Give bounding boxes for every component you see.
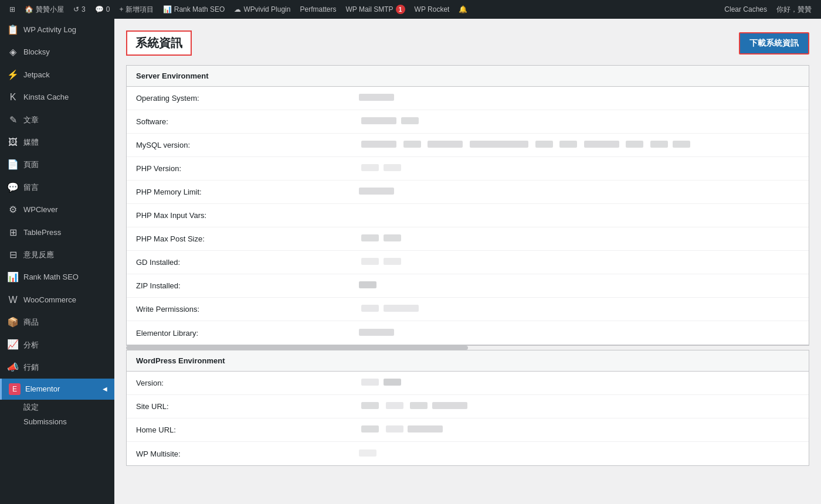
redacted-value (359, 281, 376, 288)
new-item[interactable]: + 新增項目 (114, 0, 158, 19)
bell-icon: 🔔 (459, 5, 467, 13)
wpvivid-icon: ☁ (234, 5, 241, 13)
wp-logo[interactable]: ⊞ (5, 0, 20, 19)
table-row: Site URL: (127, 395, 809, 418)
redacted-value (650, 141, 668, 148)
sidebar-sub-settings[interactable]: 設定 (0, 400, 114, 415)
wp-mail-badge: 1 (396, 5, 405, 14)
redacted-value (384, 379, 401, 386)
redacted-value (384, 164, 401, 171)
wp-rocket-adminbar[interactable]: WP Rocket (410, 0, 454, 19)
rank-math-adminbar[interactable]: 📊 Rank Math SEO (158, 0, 230, 19)
scrollbar-thumb[interactable] (126, 346, 468, 350)
products-icon: 📦 (7, 316, 19, 329)
home-icon: 🏠 (25, 5, 33, 13)
perfmatters-adminbar[interactable]: Perfmatters (295, 0, 341, 19)
redacted-value (584, 141, 619, 148)
row-label: Site URL: (136, 402, 359, 411)
row-value (359, 281, 799, 290)
sidebar-item-wp-activity-log[interactable]: 📋 WP Activity Log (0, 19, 114, 41)
row-label: Home URL: (136, 425, 359, 434)
wordpress-section-header: WordPress Environment (127, 350, 809, 372)
row-label: PHP Version: (136, 164, 359, 173)
redacted-value (361, 141, 396, 148)
sidebar-item-media[interactable]: 🖼 媒體 (0, 131, 114, 154)
redacted-value (428, 141, 463, 148)
sidebar-item-wpclever[interactable]: ⚙ WPClever (0, 199, 114, 221)
row-value (359, 94, 799, 103)
sidebar-item-marketing[interactable]: 📣 行銷 (0, 356, 114, 379)
rank-math-icon: 📊 (163, 5, 172, 13)
tablepress-icon: ⊞ (7, 226, 19, 239)
wp-icon: ⊞ (9, 5, 15, 13)
sidebar-item-products[interactable]: 📦 商品 (0, 311, 114, 333)
table-row: Software: (127, 110, 809, 134)
sidebar-item-pages[interactable]: 📄 頁面 (0, 154, 114, 176)
sidebar-item-woocommerce[interactable]: W WooCommerce (0, 289, 114, 311)
row-label: ZIP Installed: (136, 281, 359, 290)
horizontal-scrollbar[interactable] (126, 345, 809, 350)
table-row: PHP Max Input Vars: (127, 204, 809, 227)
sidebar-item-kinsta-cache[interactable]: K Kinsta Cache (0, 86, 114, 108)
elementor-icon: E (9, 383, 21, 395)
row-label: MySQL version: (136, 141, 359, 149)
redacted-value (559, 141, 577, 148)
redacted-value (384, 234, 401, 241)
redacted-value (361, 305, 379, 312)
redacted-value (410, 402, 428, 409)
sidebar-item-analytics[interactable]: 📈 分析 (0, 333, 114, 356)
sidebar-item-comments[interactable]: 💬 留言 (0, 176, 114, 199)
row-label: Operating System: (136, 94, 359, 103)
row-label: Version: (136, 379, 359, 387)
table-row: Home URL: (127, 418, 809, 442)
updates-icon: ↺ (73, 5, 79, 13)
row-value (359, 164, 799, 173)
table-row: WP Multisite: (127, 442, 809, 465)
redacted-value (361, 379, 379, 386)
marketing-icon: 📣 (7, 361, 19, 374)
sidebar-sub-submissions[interactable]: Submissions (0, 415, 114, 428)
updates[interactable]: ↺ 3 (69, 0, 90, 19)
table-row: GD Installed: (127, 251, 809, 274)
wp-mail-smtp-adminbar[interactable]: WP Mail SMTP 1 (341, 0, 409, 19)
clear-caches-button[interactable]: Clear Caches (720, 0, 772, 19)
posts-icon: ✎ (7, 114, 19, 127)
notifications[interactable]: 🔔 (454, 0, 472, 19)
table-row: Elementor Library: (127, 321, 809, 345)
sidebar-item-feedback[interactable]: ⊟ 意見反應 (0, 244, 114, 266)
sidebar-item-rank-math[interactable]: 📊 Rank Math SEO (0, 266, 114, 288)
redacted-value (359, 188, 394, 195)
sidebar-item-posts[interactable]: ✎ 文章 (0, 109, 114, 131)
row-value (359, 379, 799, 387)
site-name[interactable]: 🏠 贊贊小屋 (20, 0, 69, 19)
redacted-value (361, 258, 379, 265)
sidebar-item-jetpack[interactable]: ⚡ Jetpack (0, 64, 114, 86)
wpvivid-adminbar[interactable]: ☁ WPvivid Plugin (229, 0, 295, 19)
row-value (359, 188, 799, 196)
kinsta-icon: K (7, 91, 19, 104)
redacted-value (361, 164, 379, 171)
admin-bar: ⊞ 🏠 贊贊小屋 ↺ 3 💬 0 + 新增項目 📊 Rank Math SEO … (0, 0, 821, 19)
user-greeting[interactable]: 你好，贊贊 (772, 0, 816, 19)
row-label: PHP Memory Limit: (136, 188, 359, 196)
sidebar-item-tablepress[interactable]: ⊞ TablePress (0, 222, 114, 244)
sidebar-collapse-arrow: ◀ (103, 385, 107, 393)
comments[interactable]: 💬 0 (90, 0, 115, 19)
table-row: Write Permissions: (127, 298, 809, 321)
row-label: PHP Max Input Vars: (136, 211, 359, 220)
redacted-value (359, 329, 394, 336)
row-value (359, 258, 799, 267)
sidebar-item-elementor[interactable]: E Elementor ◀ (0, 379, 114, 400)
sidebar-item-blocksy[interactable]: ◈ Blocksy (0, 41, 114, 63)
sidebar: 📋 WP Activity Log ◈ Blocksy ⚡ Jetpack K … (0, 19, 114, 504)
redacted-value (359, 94, 394, 101)
row-value (359, 141, 799, 149)
wpclever-icon: ⚙ (7, 203, 19, 216)
main-content: 系統資訊 下載系統資訊 Server Environment Operating… (114, 19, 821, 504)
redacted-value (403, 141, 421, 148)
blocksy-icon: ◈ (7, 46, 19, 59)
redacted-value (359, 449, 376, 457)
download-system-info-button[interactable]: 下載系統資訊 (739, 32, 809, 55)
redacted-value (386, 402, 403, 409)
wordpress-environment-section: WordPress Environment Version: Site URL: (126, 350, 809, 466)
